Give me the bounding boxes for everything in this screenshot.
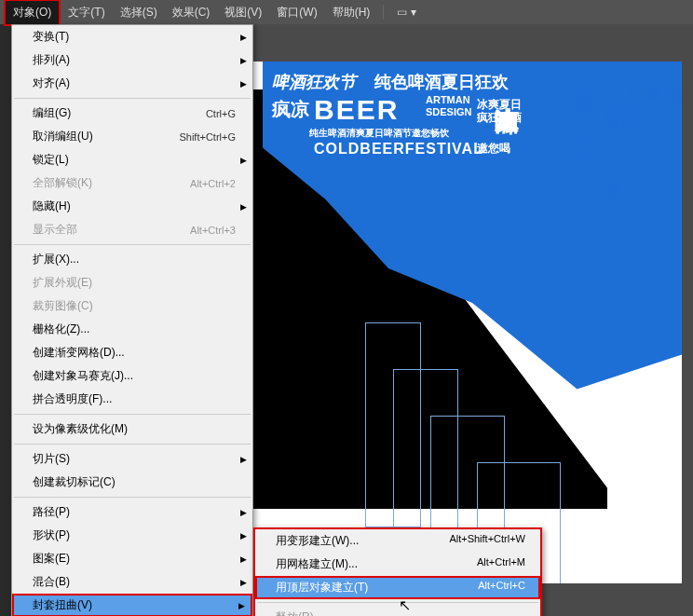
submenu-shortcut: Alt+Ctrl+C [478,580,525,595]
submenu-arrow-icon: ▶ [240,508,247,517]
menu-item-label: 拼合透明度(F)... [33,391,112,407]
menu-item-label: 创建裁切标记(C) [33,474,116,490]
menu-item-e: 扩展外观(E) [12,271,252,294]
menu-item-t[interactable]: 变换(T)▶ [12,25,252,48]
art-text-crazy: 疯凉 [272,97,309,122]
menu-divider [14,244,251,245]
menu-item-label: 栅格化(Z)... [33,322,89,337]
menu-item-label: 编组(G) [33,105,71,121]
submenu-shortcut: Alt+Ctrl+M [477,556,525,572]
menu-view[interactable]: 视图(V) [217,1,269,24]
menu-item-m[interactable]: 设为像素级优化(M) [12,418,252,441]
art-subtitle: 纯生啤酒清爽夏日啤酒节邀您畅饮 [309,127,449,140]
menu-help[interactable]: 帮助(H) [325,1,378,24]
menu-type[interactable]: 文字(T) [61,1,112,24]
submenu-item-t[interactable]: 用顶层对象建立(T)Alt+Ctrl+C [255,576,540,599]
submenu-arrow-icon: ▶ [240,79,247,89]
submenu-shortcut: Alt+Shift+Ctrl+W [449,533,525,549]
menu-item-label: 混合(B) [33,574,70,590]
menu-item-label: 切片(S) [33,451,70,467]
menu-item-label: 裁剪图像(C) [33,298,93,314]
menu-divider [257,602,538,603]
submenu-arrow-icon: ▶ [240,33,247,42]
menu-item-j[interactable]: 创建对象马赛克(J)... [12,364,252,388]
art-beer: BEER [314,94,399,126]
menu-select[interactable]: 选择(S) [113,1,165,24]
art-festival: COLDBEERFESTIVAL [314,141,483,157]
menu-item-e[interactable]: 图案(E)▶ [12,547,252,570]
menu-item-: 显示全部Alt+Ctrl+3 [12,218,252,241]
menu-item-d[interactable]: 创建渐变网格(D)... [12,341,252,364]
menu-divider [14,98,251,99]
menu-divider [14,414,251,415]
submenu-item-label: 释放(R) [276,609,314,616]
menu-item-u[interactable]: 取消编组(U)Shift+Ctrl+G [12,125,252,148]
menu-item-c: 裁剪图像(C) [12,294,252,318]
menu-item-label: 创建对象马赛克(J)... [33,368,133,384]
menu-item-label: 排列(A) [33,52,70,68]
menu-item-label: 全部解锁(K) [33,175,92,191]
envelope-distort-submenu: 用变形建立(W)...Alt+Shift+Ctrl+W用网格建立(M)...Al… [253,527,542,616]
menu-item-label: 图案(E) [33,551,70,567]
art-side-3: 邀您喝 [477,141,510,157]
menu-item-v[interactable]: 封套扭曲(V)▶ [12,594,252,616]
submenu-arrow-icon: ▶ [240,156,247,165]
menubar-separator [383,5,384,20]
menu-item-z[interactable]: 栅格化(Z)... [12,318,252,341]
menu-item-x[interactable]: 扩展(X)... [12,248,252,271]
art-sdesign: SDESIGN [426,106,472,117]
submenu-arrow-icon: ▶ [240,56,247,65]
menu-item-b[interactable]: 混合(B)▶ [12,570,252,594]
menu-item-label: 扩展(X)... [33,252,79,267]
menu-item-label: 路径(P) [33,504,70,520]
submenu-arrow-icon: ▶ [240,202,247,212]
menu-shortcut: Alt+Ctrl+3 [190,225,236,236]
artboard: 啤酒狂欢节 纯色啤酒夏日狂欢 疯凉 BEER ARTMAN SDESIGN 纯生… [253,62,682,583]
menu-effect[interactable]: 效果(C) [165,1,218,24]
menu-object[interactable]: 对象(O) [4,0,61,26]
menu-item-label: 扩展外观(E) [33,275,92,291]
menu-item-l[interactable]: 锁定(L)▶ [12,148,252,171]
menu-item-k: 全部解锁(K)Alt+Ctrl+2 [12,171,252,195]
menu-item-label: 变换(T) [33,29,69,45]
submenu-arrow-icon: ▶ [240,578,247,587]
menu-item-f[interactable]: 拼合透明度(F)... [12,388,252,411]
menu-item-c[interactable]: 创建裁切标记(C) [12,471,252,494]
workspace-switcher-icon[interactable]: ▭ ▾ [389,2,423,22]
art-title-2: 纯色啤酒夏日狂欢 [374,71,509,93]
art-title-1: 啤酒狂欢节 [272,71,356,93]
submenu-arrow-icon: ▶ [238,601,245,610]
menu-shortcut: Alt+Ctrl+2 [190,178,236,189]
menu-item-label: 对齐(A) [33,75,70,91]
submenu-item-label: 用顶层对象建立(T) [276,580,368,595]
menu-item-label: 隐藏(H) [33,198,71,214]
menu-item-s[interactable]: 切片(S)▶ [12,447,252,471]
submenu-item-w[interactable]: 用变形建立(W)...Alt+Shift+Ctrl+W [255,529,540,553]
art-side-2: 疯狂啤酒 [477,110,522,126]
menu-item-label: 锁定(L) [33,152,69,168]
menu-item-label: 设为像素级优化(M) [33,421,128,437]
menu-item-a[interactable]: 对齐(A)▶ [12,72,252,95]
submenu-arrow-icon: ▶ [240,455,247,464]
menu-item-label: 取消编组(U) [33,129,93,144]
submenu-arrow-icon: ▶ [240,531,247,541]
menu-window[interactable]: 窗口(W) [269,1,324,24]
menu-divider [14,444,251,445]
object-menu-dropdown: 变换(T)▶排列(A)▶对齐(A)▶编组(G)Ctrl+G取消编组(U)Shif… [11,24,253,616]
menu-item-g[interactable]: 编组(G)Ctrl+G [12,102,252,125]
menu-item-label: 创建渐变网格(D)... [33,345,125,361]
art-artman: ARTMAN [426,94,470,105]
submenu-item-label: 用网格建立(M)... [276,556,358,572]
menu-item-a[interactable]: 排列(A)▶ [12,48,252,72]
submenu-item-label: 用变形建立(W)... [276,533,359,549]
menu-item-p[interactable]: 形状(P)▶ [12,524,252,547]
menu-divider [14,497,251,498]
menu-item-p[interactable]: 路径(P)▶ [12,500,252,524]
submenu-arrow-icon: ▶ [240,554,247,564]
submenu-item-m[interactable]: 用网格建立(M)...Alt+Ctrl+M [255,553,540,576]
menu-item-h[interactable]: 隐藏(H)▶ [12,195,252,218]
menu-item-label: 显示全部 [33,222,77,238]
menu-item-label: 形状(P) [33,527,70,543]
menu-shortcut: Ctrl+G [206,108,236,119]
menu-shortcut: Shift+Ctrl+G [179,131,236,143]
